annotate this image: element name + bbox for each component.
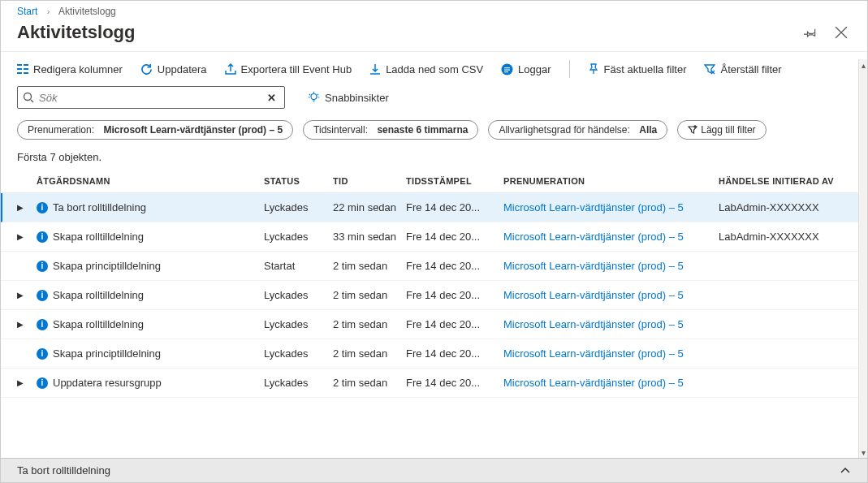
col-timestamp[interactable]: TIDSSTÄMPEL bbox=[406, 176, 503, 186]
clear-search-icon[interactable]: ✕ bbox=[264, 92, 279, 104]
scroll-up-icon[interactable]: ▴ bbox=[859, 59, 867, 71]
reset-filters-button[interactable]: Återställ filter bbox=[704, 63, 781, 75]
export-label: Exportera till Event Hub bbox=[241, 63, 352, 75]
col-action[interactable]: ÅTGÄRDSNAMN bbox=[37, 176, 264, 186]
timestamp-cell: Fre 14 dec 20... bbox=[406, 318, 503, 330]
status-cell: Lyckades bbox=[264, 347, 333, 360]
subscription-link[interactable]: Microsoft Learn-värdtjänster (prod) – 5 bbox=[503, 347, 719, 360]
scrollbar[interactable]: ▴ ▾ bbox=[858, 59, 867, 458]
close-icon[interactable] bbox=[831, 23, 851, 42]
info-icon: i bbox=[37, 319, 48, 330]
search-field[interactable] bbox=[39, 92, 264, 104]
table-row[interactable]: iSkapa principtilldelningStartat2 tim se… bbox=[1, 252, 867, 281]
expand-toggle[interactable]: ▶ bbox=[17, 320, 37, 329]
table-row[interactable]: ▶iSkapa rolltilldelningLyckades2 tim sed… bbox=[1, 310, 867, 339]
info-icon: i bbox=[37, 202, 48, 213]
toolbar: Redigera kolumner Uppdatera Exportera ti… bbox=[1, 51, 867, 86]
action-name-cell: iTa bort rolltilldelning bbox=[37, 201, 264, 213]
svg-rect-4 bbox=[17, 72, 22, 74]
subscription-link[interactable]: Microsoft Learn-värdtjänster (prod) – 5 bbox=[503, 201, 719, 213]
filter-subscription[interactable]: Prenumeration: Microsoft Learn-värdtjäns… bbox=[17, 120, 293, 140]
expand-toggle[interactable]: ▶ bbox=[17, 378, 37, 387]
breadcrumb-current: Aktivitetslogg bbox=[58, 6, 116, 17]
page-title: Aktivitetslogg bbox=[17, 22, 789, 43]
filter-timespan[interactable]: Tidsintervall: senaste 6 timmarna bbox=[303, 120, 478, 140]
logs-button[interactable]: Loggar bbox=[501, 63, 551, 75]
edit-columns-button[interactable]: Redigera kolumner bbox=[17, 63, 123, 75]
subscription-link[interactable]: Microsoft Learn-värdtjänster (prod) – 5 bbox=[503, 289, 719, 301]
expand-toggle[interactable]: ▶ bbox=[17, 232, 37, 241]
result-count: Första 7 objekten. bbox=[1, 151, 867, 171]
pin-filters-label: Fäst aktuella filter bbox=[604, 63, 687, 75]
add-filter-label: Lägg till filter bbox=[701, 124, 755, 136]
lightbulb-icon bbox=[308, 91, 320, 104]
info-icon: i bbox=[37, 261, 48, 272]
action-name-text: Uppdatera resursgrupp bbox=[53, 377, 162, 389]
pin-filters-button[interactable]: Fäst aktuella filter bbox=[588, 63, 687, 75]
refresh-button[interactable]: Uppdatera bbox=[140, 63, 207, 75]
table-row[interactable]: ▶iSkapa rolltilldelningLyckades33 min se… bbox=[1, 222, 867, 252]
filter-timespan-value: senaste 6 timmarna bbox=[377, 124, 468, 136]
info-icon: i bbox=[37, 348, 48, 360]
status-cell: Lyckades bbox=[264, 377, 333, 389]
table-row[interactable]: iSkapa principtilldelningLyckades2 tim s… bbox=[1, 339, 867, 369]
subscription-link[interactable]: Microsoft Learn-värdtjänster (prod) – 5 bbox=[503, 318, 719, 330]
timestamp-cell: Fre 14 dec 20... bbox=[406, 347, 503, 360]
subscription-link[interactable]: Microsoft Learn-värdtjänster (prod) – 5 bbox=[503, 377, 719, 389]
export-icon bbox=[225, 63, 236, 75]
quick-insights-button[interactable]: Snabbinsikter bbox=[308, 91, 389, 104]
table-header: ÅTGÄRDSNAMN STATUS TID TIDSSTÄMPEL PRENU… bbox=[1, 171, 867, 193]
chevron-right-icon: › bbox=[47, 6, 50, 16]
subscription-link[interactable]: Microsoft Learn-värdtjänster (prod) – 5 bbox=[503, 260, 719, 272]
svg-rect-3 bbox=[17, 68, 22, 70]
scroll-down-icon[interactable]: ▾ bbox=[859, 446, 867, 458]
col-time[interactable]: TID bbox=[333, 176, 406, 186]
svg-point-16 bbox=[311, 94, 317, 100]
filter-severity[interactable]: Allvarlighetsgrad för händelse: Alla bbox=[488, 120, 667, 140]
status-cell: Lyckades bbox=[264, 318, 333, 330]
edit-columns-label: Redigera kolumner bbox=[33, 63, 123, 75]
time-cell: 2 tim sedan bbox=[333, 377, 406, 389]
table-row[interactable]: ▶iUppdatera resursgruppLyckades2 tim sed… bbox=[1, 369, 867, 398]
add-filter-button[interactable]: Lägg till filter bbox=[677, 120, 766, 140]
table-row[interactable]: ▶iSkapa rolltilldelningLyckades2 tim sed… bbox=[1, 281, 867, 310]
chevron-up-icon[interactable] bbox=[840, 464, 851, 477]
download-label: Ladda ned som CSV bbox=[386, 63, 483, 75]
expand-toggle[interactable]: ▶ bbox=[17, 291, 37, 300]
filter-timespan-label: Tidsintervall: bbox=[313, 124, 368, 136]
svg-rect-2 bbox=[17, 64, 22, 66]
info-icon: i bbox=[37, 231, 48, 243]
page-header: Aktivitetslogg bbox=[1, 19, 867, 51]
quick-insights-label: Snabbinsikter bbox=[325, 92, 389, 104]
expand-toggle[interactable]: ▶ bbox=[17, 203, 37, 212]
detail-panel[interactable]: Ta bort rolltilldelning bbox=[1, 458, 867, 482]
detail-panel-title: Ta bort rolltilldelning bbox=[17, 464, 110, 477]
search-input[interactable]: ✕ bbox=[17, 86, 285, 109]
action-name-text: Skapa principtilldelning bbox=[53, 347, 161, 360]
svg-rect-6 bbox=[24, 68, 28, 70]
filter-subscription-value: Microsoft Learn-värdtjänster (prod) – 5 bbox=[103, 124, 283, 136]
initiated-by-cell: LabAdmin-XXXXXXX bbox=[719, 201, 851, 213]
breadcrumb-root-link[interactable]: Start bbox=[17, 6, 37, 17]
columns-icon bbox=[17, 63, 28, 75]
col-initiated-by[interactable]: HÄNDELSE INITIERAD AV bbox=[719, 176, 851, 186]
action-name-cell: iSkapa rolltilldelning bbox=[37, 318, 264, 330]
filter-pills: Prenumeration: Microsoft Learn-värdtjäns… bbox=[1, 120, 867, 151]
action-name-text: Skapa principtilldelning bbox=[53, 260, 161, 272]
status-cell: Startat bbox=[264, 260, 333, 272]
refresh-icon bbox=[140, 63, 153, 75]
svg-rect-9 bbox=[504, 67, 510, 68]
search-icon bbox=[23, 92, 34, 103]
time-cell: 2 tim sedan bbox=[333, 289, 406, 301]
col-status[interactable]: STATUS bbox=[264, 176, 333, 186]
search-row: ✕ Snabbinsikter bbox=[1, 86, 867, 120]
timestamp-cell: Fre 14 dec 20... bbox=[406, 231, 503, 243]
pin-icon[interactable] bbox=[801, 23, 820, 42]
col-subscription[interactable]: PRENUMERATION bbox=[503, 176, 719, 186]
export-button[interactable]: Exportera till Event Hub bbox=[225, 63, 352, 75]
subscription-link[interactable]: Microsoft Learn-värdtjänster (prod) – 5 bbox=[503, 231, 719, 243]
table-row[interactable]: ▶iTa bort rolltilldelningLyckades22 min … bbox=[1, 193, 867, 222]
download-button[interactable]: Ladda ned som CSV bbox=[369, 63, 483, 75]
time-cell: 2 tim sedan bbox=[333, 318, 406, 330]
time-cell: 22 min sedan bbox=[333, 201, 406, 213]
